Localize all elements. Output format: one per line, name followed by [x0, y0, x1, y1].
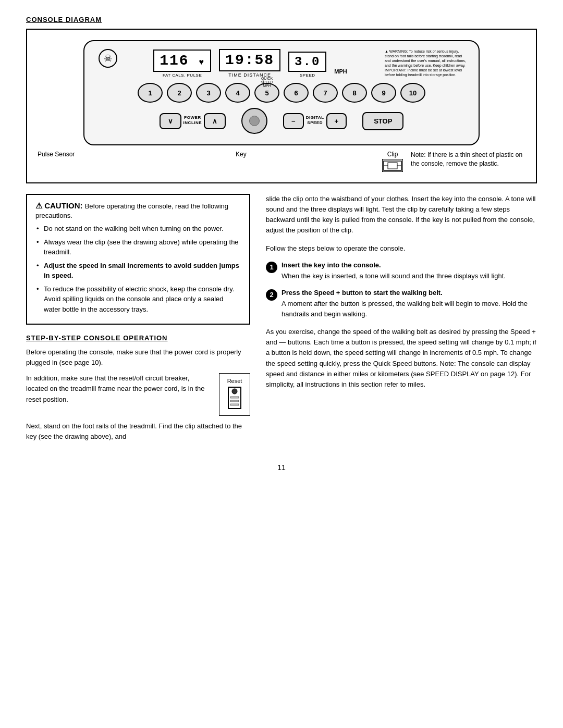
display-3-label: SPEED [288, 73, 326, 78]
left-column: ⚠ CAUTION: Before operating the console,… [26, 194, 250, 448]
display-3-unit: 3.0 SPEED [288, 52, 326, 78]
display-1-unit: 116 ♥ FAT CALS. PULSE [153, 50, 211, 78]
console-top-section: ☠ 116 ♥ FAT CALS. PULSE 19:58 TI [95, 49, 468, 78]
svg-point-5 [232, 389, 237, 394]
stop-button[interactable]: STOP [362, 112, 403, 130]
section-title: CONSOLE DIAGRAM [26, 16, 537, 23]
display-1-label: FAT CALS. PULSE [153, 73, 211, 78]
step-1-content: Insert the key into the console. When th… [282, 261, 537, 281]
reset-illustration [227, 386, 242, 410]
display-2-unit: 19:58 TIME DISTANCE [219, 49, 280, 78]
step-1-title: Insert the key into the console. [282, 261, 537, 269]
console-labels: Pulse Sensor Key Clip Note: If there is … [38, 151, 525, 172]
svg-rect-6 [230, 397, 239, 398]
num-btn-3[interactable]: 3 [196, 83, 221, 103]
step-3-body: As you exercise, change the speed of the… [266, 327, 537, 390]
step-1-number: 1 [266, 262, 277, 273]
displays-center: 116 ♥ FAT CALS. PULSE 19:58 TIME DISTANC… [121, 49, 380, 78]
step-2-body: A moment after the button is pressed, th… [282, 299, 537, 319]
num-btn-9[interactable]: 9 [371, 83, 396, 103]
num-btn-4[interactable]: 4 [225, 83, 250, 103]
warning-text: ▲ WARNING: To reduce risk of serious inj… [380, 49, 468, 78]
num-btn-8[interactable]: 8 [342, 83, 367, 103]
pulse-sensor-label: Pulse Sensor [38, 151, 75, 158]
incline-label: POWERINCLINE [183, 115, 202, 125]
page-number: 11 [26, 463, 537, 472]
speed-plus-btn[interactable]: + [326, 113, 347, 129]
incline-btns: ∨ POWERINCLINE ∧ [160, 113, 226, 129]
number-buttons-row: 1 2 3 4 QUICKSPEEDMPH 5 6 7 8 9 10 [95, 83, 468, 103]
reset-box: Reset [219, 373, 250, 416]
num-btn-10[interactable]: 10 [400, 83, 425, 103]
clip-area: Clip Note: If there is a thin sheet of p… [382, 151, 525, 172]
step-para-2: In addition, make sure that the reset/of… [26, 373, 211, 404]
speed-label: DIGITALSPEED [306, 115, 324, 125]
clip-container: Clip [382, 151, 403, 172]
display-3-screen: 3.0 [288, 52, 326, 72]
caution-item-2: Always wear the clip (see the drawing ab… [35, 237, 241, 257]
speed-minus-btn[interactable]: − [283, 113, 304, 129]
display-1-screen: 116 ♥ [153, 50, 211, 72]
step-1: 1 Insert the key into the console. When … [266, 261, 537, 281]
follow-text: Follow the steps below to operate the co… [266, 243, 537, 254]
caution-icon: ⚠ [35, 201, 42, 210]
step-1-body: When the key is inserted, a tone will so… [282, 271, 537, 281]
step-2-content: Press the Speed + button to start the wa… [282, 289, 537, 319]
caution-title: ⚠ CAUTION: Before operating the console,… [35, 201, 241, 219]
incline-control: ∨ POWERINCLINE ∧ [160, 113, 226, 129]
page-header: CONSOLE DIAGRAM [26, 16, 537, 23]
caution-box: ⚠ CAUTION: Before operating the console,… [26, 194, 250, 325]
step-section: STEP-BY-STEP CONSOLE OPERATION Before op… [26, 334, 250, 442]
step-section-title: STEP-BY-STEP CONSOLE OPERATION [26, 334, 250, 342]
caution-item-1: Do not stand on the walking belt when tu… [35, 224, 241, 234]
clip-box [382, 159, 403, 172]
num-btn-6[interactable]: 6 [284, 83, 309, 103]
step-para-3: Next, stand on the foot rails of the tre… [26, 421, 250, 442]
incline-down-btn[interactable]: ∨ [160, 113, 181, 129]
key-slot[interactable] [241, 108, 267, 134]
step-2: 2 Press the Speed + button to start the … [266, 289, 537, 319]
step-para-1: Before operating the console, make sure … [26, 347, 250, 368]
speed-control: − DIGITALSPEED + [283, 113, 347, 129]
caution-title-text: CAUTION: [44, 201, 82, 210]
person-icon: ☠ [99, 49, 117, 68]
mph-label: MPH [334, 68, 347, 78]
console-illustration: ☠ 116 ♥ FAT CALS. PULSE 19:58 TI [38, 40, 525, 172]
control-buttons-row: ∨ POWERINCLINE ∧ − DIGITALSPEED + [95, 108, 468, 134]
num-btn-7[interactable]: 7 [313, 83, 338, 103]
clip-label: Clip [387, 151, 398, 158]
svg-rect-8 [230, 404, 239, 405]
reset-label: Reset [226, 378, 243, 384]
step-2-title: Press the Speed + button to start the wa… [282, 289, 537, 297]
main-content: ⚠ CAUTION: Before operating the console,… [26, 194, 537, 448]
display-2-screen: 19:58 [219, 49, 280, 71]
key-inner [249, 116, 260, 126]
svg-rect-1 [388, 163, 397, 169]
step-2-number: 2 [266, 289, 277, 301]
console-body: ☠ 116 ♥ FAT CALS. PULSE 19:58 TI [83, 40, 480, 145]
console-diagram-box: ☠ 116 ♥ FAT CALS. PULSE 19:58 TI [26, 29, 537, 183]
right-column: slide the clip onto the waistband of you… [266, 194, 537, 448]
svg-rect-7 [230, 400, 239, 402]
incline-up-btn[interactable]: ∧ [204, 113, 226, 129]
note-text: Note: If there is a thin sheet of plasti… [411, 151, 525, 168]
caution-item-4: To reduce the possibility of electric sh… [35, 284, 241, 315]
num-btn-5[interactable]: QUICKSPEEDMPH 5 [254, 83, 279, 103]
quick-speed-label: QUICKSPEEDMPH [261, 77, 273, 88]
num-btn-1[interactable]: 1 [138, 83, 163, 103]
caution-item-3: Adjust the speed in small increments to … [35, 261, 241, 281]
num-btn-2[interactable]: 2 [167, 83, 192, 103]
key-label: Key [236, 151, 247, 158]
right-intro-para: slide the clip onto the waistband of you… [266, 194, 537, 236]
speed-btns: − DIGITALSPEED + [283, 113, 347, 129]
caution-list: Do not stand on the walking belt when tu… [35, 224, 241, 314]
reset-area: In addition, make sure that the reset/of… [26, 373, 250, 416]
person-icon-container: ☠ [95, 49, 121, 68]
